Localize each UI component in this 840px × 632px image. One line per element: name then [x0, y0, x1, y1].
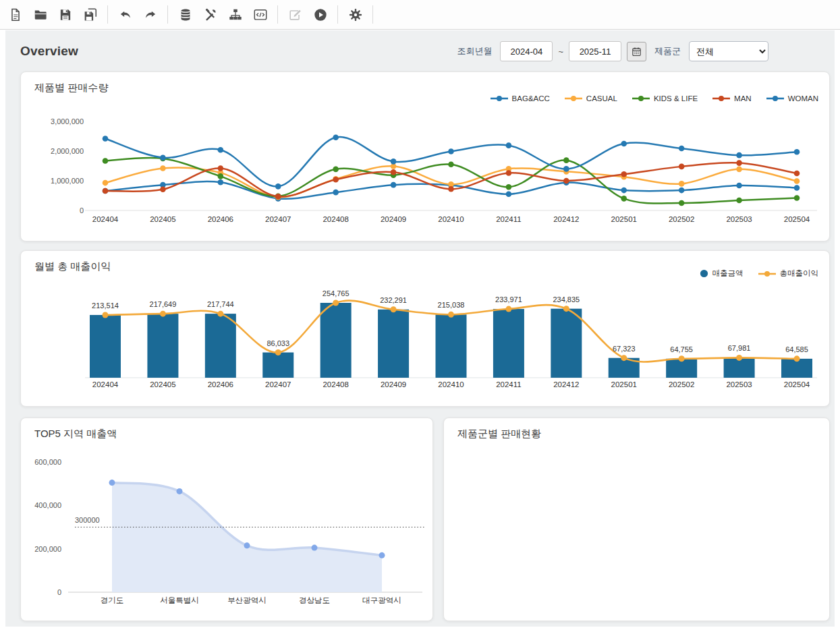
data-point — [679, 181, 685, 187]
data-point — [391, 182, 397, 188]
toolbar-edit-button[interactable] — [283, 3, 308, 26]
code-editor-icon — [253, 7, 268, 22]
legend-item[interactable]: WOMAN — [766, 94, 818, 103]
calendar-icon — [632, 46, 642, 57]
data-point — [109, 480, 115, 486]
value-label: 67,323 — [613, 345, 636, 353]
value-label: 234,835 — [553, 295, 580, 304]
x-tick-label: 202406 — [208, 215, 233, 223]
toolbar-separator — [372, 5, 373, 24]
y-tick-label: 0 — [80, 206, 84, 214]
x-tick-label: 202504 — [784, 380, 810, 389]
data-point — [794, 149, 800, 155]
value-label: 254,765 — [323, 289, 349, 297]
data-point — [563, 178, 569, 184]
data-point — [218, 173, 224, 179]
data-point — [160, 154, 166, 161]
data-point — [103, 136, 109, 142]
toolbar-sitemap-button[interactable] — [223, 3, 248, 26]
page-header: Overview 조회년월 ~ 제품군 전체 — [20, 36, 768, 67]
date-separator: ~ — [558, 47, 563, 57]
toolbar-redo-button[interactable] — [138, 3, 163, 26]
main-content: Overview 조회년월 ~ 제품군 전체 제품별 판매수량 BAG&ACCC… — [5, 30, 835, 627]
legend-linedot-marker — [712, 95, 730, 102]
legend-item[interactable]: CASUAL — [565, 94, 617, 103]
product-group-select[interactable]: 전체 — [689, 41, 768, 61]
run-icon — [313, 7, 328, 22]
bar — [378, 310, 409, 378]
legend-item[interactable]: BAG&ACC — [491, 94, 550, 103]
data-point — [333, 190, 339, 196]
data-point — [333, 177, 339, 183]
x-tick-label: 202408 — [323, 380, 348, 389]
data-point — [736, 183, 742, 189]
toolbar-separator — [167, 5, 168, 24]
toolbar-settings-button[interactable] — [343, 3, 368, 26]
toolbar-database-button[interactable] — [173, 3, 198, 26]
data-point — [391, 169, 397, 175]
toolbar-undo-button[interactable] — [113, 3, 138, 26]
data-point — [621, 171, 627, 177]
x-tick-label: 202503 — [726, 380, 752, 389]
toolbar-separator — [337, 5, 338, 24]
open-folder-icon — [33, 7, 48, 22]
save-all-icon — [83, 7, 98, 22]
monthly-profit-title: 월별 총 매출이익 — [34, 260, 111, 273]
data-point — [736, 160, 742, 166]
page-title: Overview — [20, 44, 78, 59]
y-tick-label: 3,000,000 — [51, 117, 84, 125]
legend-item[interactable]: 매출금액 — [700, 268, 744, 279]
toolbar-save-button[interactable] — [53, 3, 78, 26]
data-point — [448, 162, 454, 168]
edit-icon — [288, 7, 303, 22]
x-tick-label: 서울특별시 — [160, 596, 199, 604]
bar — [262, 353, 293, 378]
x-tick-label: 202502 — [669, 215, 694, 223]
data-point — [333, 300, 339, 306]
undo-icon — [118, 7, 133, 22]
legend-linedot-marker — [632, 95, 650, 102]
data-point — [217, 311, 223, 317]
toolbar-tools-button[interactable] — [198, 3, 223, 26]
legend-item[interactable]: 총매출이익 — [758, 268, 819, 279]
value-label: 86,033 — [267, 339, 289, 347]
date-to-input[interactable] — [569, 41, 621, 61]
data-point — [621, 141, 627, 147]
legend-item[interactable]: KIDS & LIFE — [632, 94, 698, 103]
data-point — [563, 306, 569, 312]
toolbar-open-folder-button[interactable] — [28, 3, 53, 26]
legend-linedot-marker — [491, 95, 508, 102]
toolbar-code-editor-button[interactable] — [248, 3, 273, 26]
data-point — [563, 166, 569, 172]
value-label: 64,585 — [785, 345, 808, 353]
bar — [436, 314, 467, 378]
x-tick-label: 부산광역시 — [227, 596, 267, 604]
toolbar-save-all-button[interactable] — [78, 3, 103, 26]
data-point — [448, 312, 454, 318]
x-tick-label: 202405 — [150, 380, 175, 389]
x-tick-label: 202409 — [381, 380, 406, 389]
date-from-input[interactable] — [500, 41, 553, 61]
toolbar-run-button[interactable] — [308, 3, 333, 26]
bar — [205, 314, 236, 378]
toolbar-new-file-button[interactable] — [3, 3, 28, 26]
x-tick-label: 202502 — [669, 380, 694, 389]
data-point — [244, 542, 250, 548]
threshold-label: 300000 — [75, 516, 100, 524]
data-point — [218, 165, 224, 171]
x-tick-label: 202407 — [265, 380, 291, 389]
legend-item[interactable]: MAN — [712, 94, 752, 103]
calendar-button[interactable] — [627, 42, 646, 61]
x-tick-label: 202409 — [381, 215, 406, 223]
x-tick-label: 202411 — [496, 215, 522, 223]
data-point — [312, 545, 318, 551]
database-icon — [178, 7, 193, 22]
y-tick-label: 0 — [57, 588, 61, 596]
bar — [147, 314, 178, 378]
value-label: 232,291 — [380, 296, 407, 304]
data-point — [621, 355, 627, 361]
area-fill — [112, 483, 382, 592]
y-tick-label: 200,000 — [34, 545, 61, 553]
data-point — [275, 183, 281, 190]
value-label: 217,744 — [207, 300, 234, 308]
